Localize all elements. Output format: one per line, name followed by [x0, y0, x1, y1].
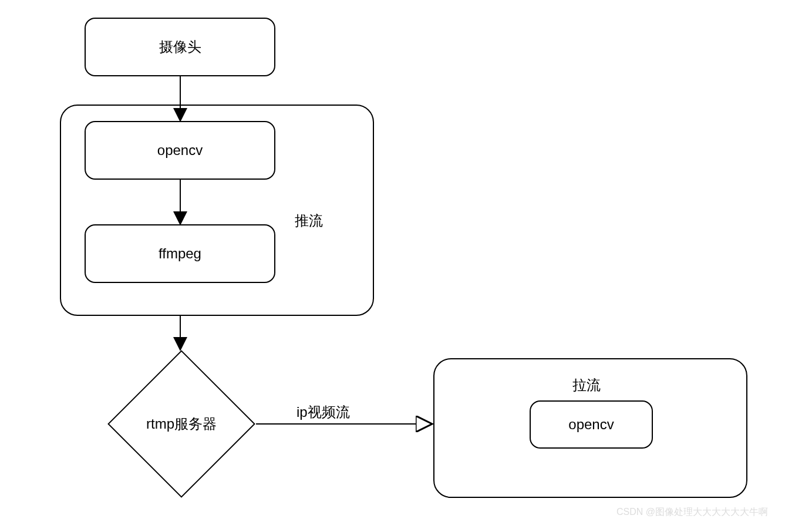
node-opencv-pull: opencv	[530, 400, 653, 449]
node-ffmpeg: ffmpeg	[85, 224, 275, 283]
node-camera: 摄像头	[85, 18, 275, 76]
node-opencv-push: opencv	[85, 121, 275, 180]
node-camera-label: 摄像头	[159, 38, 201, 56]
node-rtmp-label: rtmp服务器	[143, 415, 220, 433]
watermark: CSDN @图像处理大大大大大大牛啊	[616, 506, 768, 518]
node-opencv-push-label: opencv	[157, 142, 203, 159]
node-opencv-pull-label: opencv	[568, 416, 614, 433]
container-pull-label: 拉流	[572, 376, 601, 395]
container-push-label: 推流	[295, 211, 323, 230]
edge-label-ip: ip视频流	[297, 403, 350, 422]
node-ffmpeg-label: ffmpeg	[159, 245, 201, 262]
